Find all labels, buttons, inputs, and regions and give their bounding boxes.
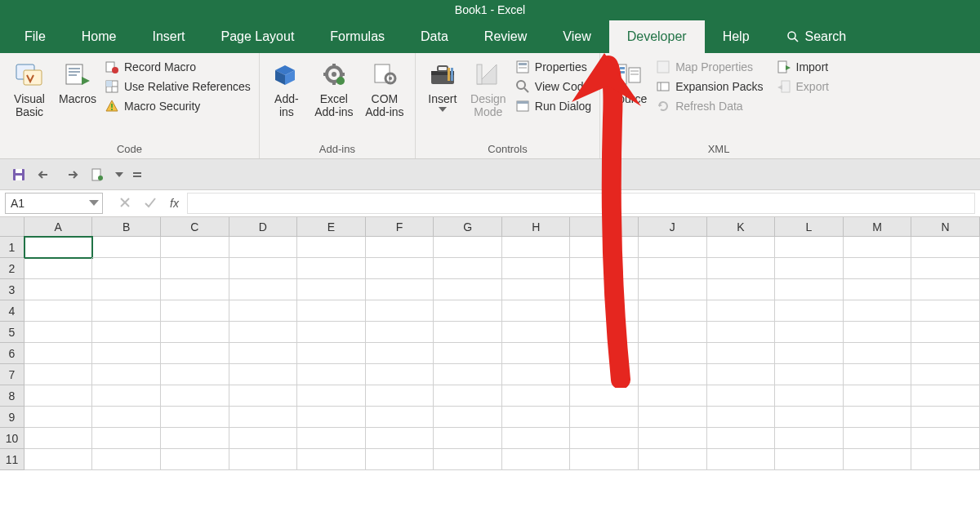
- cell[interactable]: [229, 428, 298, 449]
- column-header[interactable]: C: [161, 217, 229, 236]
- cell[interactable]: [911, 449, 980, 470]
- source-button[interactable]: Source: [605, 56, 653, 105]
- cell[interactable]: [502, 343, 571, 364]
- cell[interactable]: [911, 258, 980, 279]
- cell[interactable]: [570, 258, 639, 279]
- cell[interactable]: [844, 300, 912, 322]
- tab-data[interactable]: Data: [403, 20, 466, 53]
- tab-view[interactable]: View: [545, 20, 608, 53]
- com-addins-button[interactable]: COM Add-ins: [359, 56, 410, 118]
- cell[interactable]: [24, 428, 93, 449]
- cell[interactable]: [844, 449, 912, 470]
- cell[interactable]: [707, 322, 776, 343]
- column-header[interactable]: H: [502, 217, 571, 236]
- row-header[interactable]: 2: [0, 258, 24, 279]
- cell[interactable]: [639, 385, 707, 407]
- cell[interactable]: [161, 237, 229, 258]
- cell[interactable]: [844, 322, 912, 343]
- cell[interactable]: [844, 258, 912, 279]
- cell[interactable]: [775, 449, 844, 470]
- cell[interactable]: [844, 428, 912, 449]
- cell[interactable]: [639, 237, 707, 258]
- cell[interactable]: [707, 258, 776, 279]
- cell[interactable]: [366, 300, 434, 322]
- cell[interactable]: [434, 322, 502, 343]
- undo-button[interactable]: [36, 166, 54, 184]
- cell[interactable]: [24, 449, 93, 470]
- insert-function-button[interactable]: fx: [170, 197, 179, 210]
- column-header[interactable]: E: [297, 217, 366, 236]
- cell[interactable]: [366, 237, 434, 258]
- cell[interactable]: [366, 258, 434, 279]
- cell[interactable]: [92, 279, 161, 300]
- cell[interactable]: [911, 300, 980, 322]
- cell[interactable]: [639, 258, 707, 279]
- cell[interactable]: [844, 237, 912, 258]
- cell[interactable]: [92, 343, 161, 364]
- cell[interactable]: [24, 279, 93, 300]
- cell[interactable]: [844, 364, 912, 385]
- qat-overflow-button[interactable]: [132, 166, 142, 184]
- cell[interactable]: [911, 343, 980, 364]
- cell[interactable]: [229, 322, 298, 343]
- cell[interactable]: [434, 385, 502, 407]
- cell[interactable]: [161, 343, 229, 364]
- cell[interactable]: [775, 428, 844, 449]
- cell[interactable]: [24, 385, 93, 407]
- cell[interactable]: [570, 279, 639, 300]
- cell[interactable]: [161, 407, 229, 428]
- save-button[interactable]: [10, 166, 28, 184]
- cell[interactable]: [434, 300, 502, 322]
- cell[interactable]: [92, 428, 161, 449]
- tab-help[interactable]: Help: [705, 20, 768, 53]
- row-header[interactable]: 11: [0, 449, 24, 470]
- row-header[interactable]: 3: [0, 279, 24, 300]
- record-macro-button[interactable]: Record Macro: [105, 60, 251, 74]
- design-mode-button[interactable]: Design Mode: [465, 56, 512, 118]
- cell[interactable]: [502, 385, 571, 407]
- cell[interactable]: [911, 407, 980, 428]
- tab-developer[interactable]: Developer: [609, 20, 705, 53]
- cell[interactable]: [707, 385, 776, 407]
- properties-button[interactable]: Properties: [515, 60, 591, 74]
- cell[interactable]: [229, 237, 298, 258]
- cell[interactable]: [24, 300, 93, 322]
- cell[interactable]: [161, 364, 229, 385]
- cell[interactable]: [502, 279, 571, 300]
- cell[interactable]: [775, 300, 844, 322]
- map-properties-button[interactable]: Map Properties: [656, 60, 763, 74]
- excel-addins-button[interactable]: Excel Add-ins: [309, 56, 359, 118]
- tab-review[interactable]: Review: [466, 20, 545, 53]
- column-header[interactable]: L: [775, 217, 844, 236]
- column-header[interactable]: J: [639, 217, 707, 236]
- cell[interactable]: [366, 279, 434, 300]
- cell[interactable]: [366, 407, 434, 428]
- cell[interactable]: [92, 258, 161, 279]
- cell[interactable]: [707, 300, 776, 322]
- cell[interactable]: [570, 343, 639, 364]
- cell[interactable]: [366, 364, 434, 385]
- cell[interactable]: [911, 385, 980, 407]
- cell[interactable]: [502, 300, 571, 322]
- select-all-corner[interactable]: [0, 217, 24, 236]
- cell[interactable]: [570, 300, 639, 322]
- cell[interactable]: [366, 385, 434, 407]
- customize-button[interactable]: [88, 166, 106, 184]
- cell[interactable]: [639, 407, 707, 428]
- cell[interactable]: [297, 407, 366, 428]
- cell[interactable]: [92, 385, 161, 407]
- tab-page-layout[interactable]: Page Layout: [203, 20, 312, 53]
- cell[interactable]: [707, 343, 776, 364]
- cell[interactable]: [434, 364, 502, 385]
- cell[interactable]: [502, 407, 571, 428]
- row-header[interactable]: 5: [0, 322, 24, 343]
- row-header[interactable]: 9: [0, 407, 24, 428]
- cell[interactable]: [366, 428, 434, 449]
- cell[interactable]: [297, 322, 366, 343]
- tab-home[interactable]: Home: [64, 20, 135, 53]
- cell[interactable]: [297, 428, 366, 449]
- cell[interactable]: [434, 258, 502, 279]
- cell[interactable]: [297, 364, 366, 385]
- column-header[interactable]: D: [229, 217, 298, 236]
- tab-formulas[interactable]: Formulas: [312, 20, 403, 53]
